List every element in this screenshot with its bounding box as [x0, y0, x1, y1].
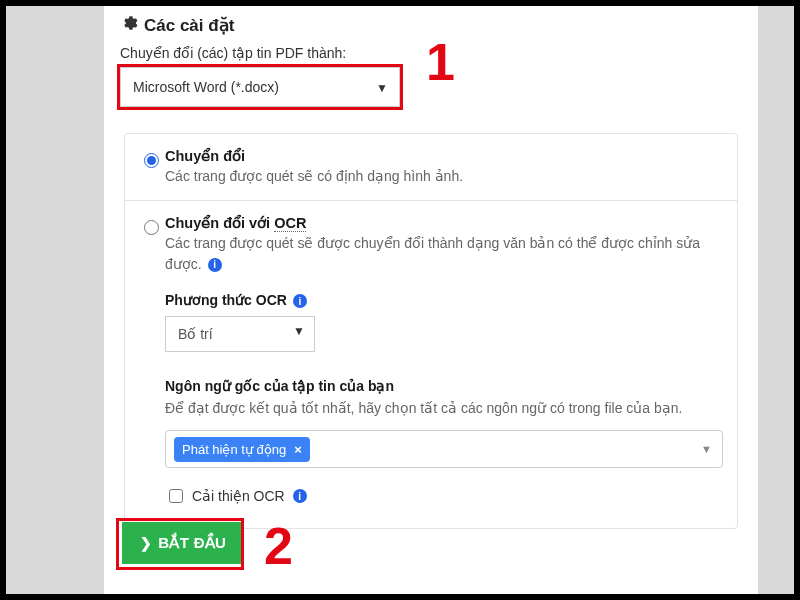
format-select[interactable]: Microsoft Word (*.docx) [120, 67, 400, 107]
radio-convert-ocr[interactable] [144, 220, 159, 235]
option-desc: Các trang được quét sẽ được chuyển đổi t… [165, 233, 723, 274]
gears-icon [120, 14, 138, 37]
radio-convert-basic[interactable] [144, 153, 159, 168]
start-button-label: BẮT ĐẦU [158, 534, 226, 552]
chevron-right-icon: ❯ [140, 535, 152, 551]
ocr-method-select[interactable]: Bố trí [165, 316, 315, 352]
language-tag: Phát hiện tự động × [174, 437, 310, 462]
option-title: Chuyển đổi [165, 148, 723, 164]
improve-ocr-label: Cải thiện OCR [192, 488, 285, 504]
format-select-wrap: Microsoft Word (*.docx) ▼ [120, 67, 400, 109]
ocr-method-label-text: Phương thức OCR [165, 292, 287, 308]
settings-card: Các cài đặt Chuyển đổi (các) tập tin PDF… [104, 6, 758, 594]
convert-field: Chuyển đổi (các) tập tin PDF thành: Micr… [104, 45, 758, 133]
convert-label: Chuyển đổi (các) tập tin PDF thành: [120, 45, 742, 61]
caret-down-icon: ▼ [701, 443, 712, 455]
option-body: Chuyển đổi với OCR Các trang được quét s… [165, 215, 723, 506]
settings-header: Các cài đặt [104, 6, 758, 45]
radio-col [135, 215, 165, 506]
info-icon[interactable]: i [293, 489, 307, 503]
start-button[interactable]: ❯ BẮT ĐẦU [122, 522, 244, 564]
ocr-method-value: Bố trí [178, 326, 213, 342]
source-language-label: Ngôn ngữ gốc của tập tin của bạn [165, 378, 723, 394]
improve-ocr-checkbox[interactable] [169, 489, 183, 503]
page: Các cài đặt Chuyển đổi (các) tập tin PDF… [6, 6, 794, 594]
language-tag-label: Phát hiện tự động [182, 442, 286, 457]
radio-col [135, 148, 165, 186]
ocr-method-select-wrap: Bố trí ▼ [165, 308, 315, 354]
format-select-value: Microsoft Word (*.docx) [133, 79, 279, 95]
settings-title: Các cài đặt [144, 15, 234, 36]
option-body: Chuyển đổi Các trang được quét sẽ có địn… [165, 148, 723, 186]
option-desc: Các trang được quét sẽ có định dạng hình… [165, 166, 723, 186]
ocr-method-label: Phương thức OCR i [165, 292, 723, 308]
remove-tag-icon[interactable]: × [294, 442, 302, 457]
option-convert-ocr[interactable]: Chuyển đổi với OCR Các trang được quét s… [125, 200, 737, 528]
source-language-hint: Để đạt được kết quả tốt nhất, hãy chọn t… [165, 398, 723, 418]
option-convert-basic[interactable]: Chuyển đổi Các trang được quét sẽ có địn… [125, 134, 737, 200]
option-title: Chuyển đổi với OCR [165, 215, 723, 231]
source-language-select[interactable]: Phát hiện tự động × ▼ [165, 430, 723, 468]
info-icon[interactable]: i [208, 258, 222, 272]
improve-ocr-row[interactable]: Cải thiện OCR i [165, 486, 723, 506]
ocr-desc: Các trang được quét sẽ được chuyển đổi t… [165, 235, 700, 271]
ocr-title-dotted: OCR [274, 215, 306, 232]
info-icon[interactable]: i [293, 294, 307, 308]
conversion-options: Chuyển đổi Các trang được quét sẽ có địn… [124, 133, 738, 529]
ocr-title-pre: Chuyển đổi với [165, 215, 274, 231]
